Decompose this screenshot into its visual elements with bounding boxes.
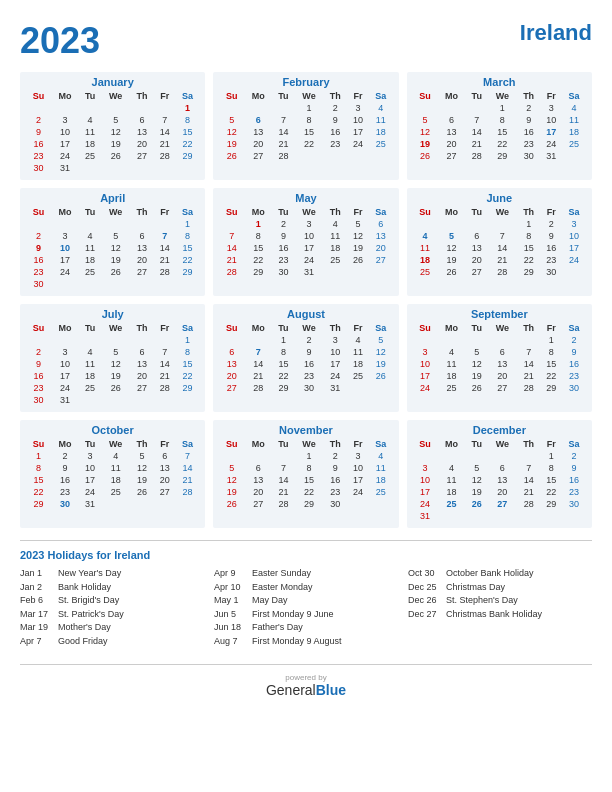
day-cell: 17 [323,358,347,370]
day-cell: 28 [466,150,488,162]
month-table: SuMoTuWeThFrSa12345678910111213141516171… [219,90,392,162]
day-cell: 20 [488,486,517,498]
day-cell [101,498,130,510]
day-header: Th [517,322,541,334]
month-block: OctoberSuMoTuWeThFrSa1234567891011121314… [20,420,205,528]
day-cell: 3 [562,218,586,230]
day-header: Fr [541,206,563,218]
day-header: We [295,90,324,102]
day-header: Su [26,90,51,102]
day-cell: 24 [79,486,101,498]
day-cell: 5 [130,450,154,462]
day-cell: 25 [79,150,101,162]
day-cell: 29 [26,498,51,510]
day-cell: 12 [466,474,488,486]
day-cell: 27 [466,266,488,278]
day-cell: 1 [295,102,324,114]
day-cell: 8 [488,114,517,126]
day-cell: 3 [323,334,347,346]
day-cell [369,266,393,278]
day-cell: 31 [51,162,79,174]
month-block: JuneSuMoTuWeThFrSa1234567891011121314151… [407,188,592,296]
day-cell: 22 [517,254,541,266]
day-cell: 6 [130,230,154,242]
day-cell: 11 [413,242,438,254]
day-cell: 29 [176,150,200,162]
day-cell: 27 [154,486,176,498]
day-cell [466,334,488,346]
day-cell: 24 [347,486,369,498]
day-header: Sa [176,322,200,334]
day-cell [79,162,101,174]
holiday-date: Jun 18 [214,621,246,635]
day-cell: 2 [51,450,79,462]
month-name: August [219,308,392,320]
month-block: DecemberSuMoTuWeThFrSa123456789101112131… [407,420,592,528]
day-cell: 15 [295,474,324,486]
day-cell [438,334,466,346]
day-cell: 17 [347,126,369,138]
day-header: Mo [51,438,79,450]
day-cell: 3 [51,346,79,358]
day-cell [154,218,176,230]
day-cell [176,278,200,290]
day-header: Tu [79,438,101,450]
day-cell: 4 [369,450,393,462]
month-table: SuMoTuWeThFrSa12345678910111213141516171… [413,90,586,162]
day-cell: 2 [272,218,294,230]
day-cell: 22 [295,486,324,498]
day-cell [413,334,438,346]
holiday-date: Dec 25 [408,581,440,595]
holiday-name: First Monday 9 August [252,635,342,649]
day-cell: 25 [79,382,101,394]
day-header: Th [323,438,347,450]
day-cell: 11 [562,114,586,126]
day-cell: 5 [466,462,488,474]
day-cell [130,334,154,346]
month-name: September [413,308,586,320]
month-name: October [26,424,199,436]
day-cell: 10 [323,346,347,358]
holiday-name: Bank Holiday [58,581,111,595]
day-header: Fr [541,90,563,102]
day-header: Tu [466,322,488,334]
day-cell: 24 [51,382,79,394]
day-cell: 16 [323,474,347,486]
day-cell: 19 [101,254,130,266]
day-cell: 2 [562,334,586,346]
day-cell: 10 [562,230,586,242]
day-cell [130,498,154,510]
day-cell: 28 [488,266,517,278]
day-cell: 23 [541,254,563,266]
day-cell: 5 [219,462,244,474]
holiday-item: Apr 9Easter Sunday [214,567,398,581]
day-cell: 24 [541,138,563,150]
day-header: Th [130,206,154,218]
holiday-item: Oct 30October Bank Holiday [408,567,592,581]
month-table: SuMoTuWeThFrSa12345678910111213141516171… [219,322,392,394]
day-header: Su [413,90,438,102]
day-cell: 1 [272,334,294,346]
day-cell [101,218,130,230]
day-cell: 9 [51,462,79,474]
day-cell: 11 [347,346,369,358]
day-cell: 24 [413,382,438,394]
day-cell: 9 [26,126,51,138]
day-cell: 15 [26,474,51,486]
day-cell: 11 [369,462,393,474]
month-block: FebruarySuMoTuWeThFrSa123456789101112131… [213,72,398,180]
day-cell: 18 [438,486,466,498]
day-cell: 29 [244,266,272,278]
day-cell: 28 [176,486,200,498]
day-cell: 9 [323,462,347,474]
day-cell: 20 [130,138,154,150]
day-cell: 5 [219,114,244,126]
day-header: Sa [562,322,586,334]
day-header: Tu [272,90,294,102]
day-cell [466,218,488,230]
day-cell: 25 [369,138,393,150]
holiday-date: Dec 27 [408,608,440,622]
day-cell [466,102,488,114]
day-cell: 29 [488,150,517,162]
day-cell [323,150,347,162]
